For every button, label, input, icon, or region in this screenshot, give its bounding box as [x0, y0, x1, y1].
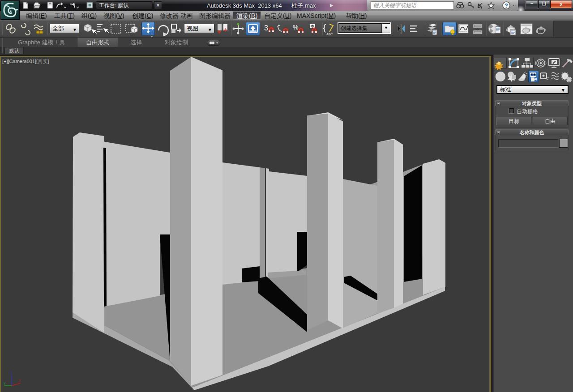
svg-text:%: %: [293, 24, 298, 31]
svg-text:z: z: [10, 371, 13, 375]
svg-text:?: ?: [505, 2, 508, 9]
svg-text:ABC: ABC: [326, 33, 333, 36]
svg-text:3: 3: [264, 24, 268, 32]
svg-text:x: x: [19, 378, 21, 383]
svg-text:y: y: [4, 381, 6, 385]
